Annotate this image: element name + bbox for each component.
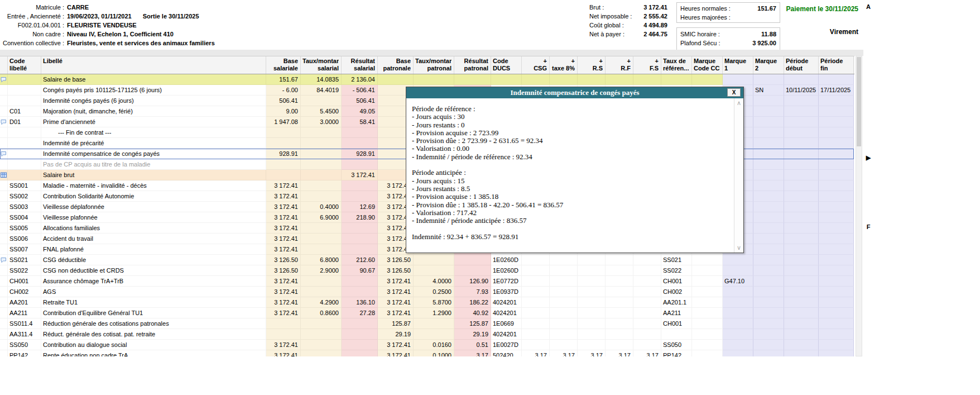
cell-tp — [414, 329, 454, 340]
cell-icon — [0, 265, 8, 276]
cell-ref — [661, 74, 692, 85]
scrollbar-thumb[interactable] — [857, 57, 861, 146]
column-header: +taxe 8% — [550, 56, 578, 74]
cell-lib: Contribution Solidarité Autonomie — [41, 191, 266, 202]
column-header: Taux deréféren... — [661, 56, 692, 74]
cell-tp: 0.1000 — [414, 350, 454, 356]
table-row[interactable]: Salaire de base151.6714.08352 136.04 — [0, 74, 854, 85]
header-line2: fin — [820, 65, 851, 72]
cell-t8 — [550, 287, 578, 297]
dialog-text-line: - Jours restants : 8.5 — [412, 185, 734, 193]
payment-mode: Virement — [780, 28, 858, 36]
cell-csg — [522, 318, 550, 329]
cell-tp — [414, 265, 454, 276]
cell-rsv: 3.17 — [578, 350, 606, 356]
cell-bs: 3 172.41 — [266, 191, 301, 202]
cell-bs: 151.67 — [266, 74, 301, 85]
cell-t8 — [550, 74, 578, 85]
net-imposable-value: 2 555.42 — [643, 12, 667, 21]
cell-ts — [301, 138, 342, 149]
header-line1: + — [635, 58, 659, 65]
vertical-scrollbar[interactable] — [856, 56, 862, 356]
cell-m2 — [753, 234, 784, 244]
dialog-text-line: - Jours acquis : 30 — [412, 113, 734, 121]
cell-rs: - 506.41 — [342, 85, 378, 96]
table-row[interactable]: AA201Retraite TU13 172.414.2900136.103 1… — [0, 297, 854, 308]
cell-ts: 6.8000 — [301, 255, 342, 265]
side-tab[interactable]: ▶ — [864, 154, 873, 161]
cell-pf — [819, 234, 854, 244]
cell-pf — [819, 138, 854, 149]
cell-m2 — [753, 149, 784, 159]
cell-bs: 3 126.50 — [266, 265, 301, 276]
table-row[interactable]: SS022CSG non déductible et CRDS3 126.502… — [0, 265, 854, 276]
cell-pf — [819, 297, 854, 308]
grid-icon[interactable] — [1, 172, 7, 178]
cell-pd — [784, 74, 819, 85]
header-line1: Résultat — [343, 58, 375, 65]
header-line2: salariale — [268, 65, 298, 72]
cell-code: SS006 — [8, 234, 41, 244]
cell-ts: 2.9000 — [301, 265, 342, 276]
cell-pd — [784, 117, 819, 127]
cell-bs — [266, 329, 301, 340]
cell-code: SS021 — [8, 255, 41, 265]
entree-anciennete-label: Entrée , Ancienneté : — [0, 12, 64, 21]
cell-bs: 506.41 — [266, 96, 301, 106]
cell-code: SS002 — [8, 191, 41, 202]
cell-rsv — [578, 276, 606, 287]
table-row[interactable]: PP142Rente éducation non cadre TrA3 172.… — [0, 350, 854, 356]
table-row[interactable]: SS021CSG déductible3 126.506.8000212.603… — [0, 255, 854, 265]
cell-m2 — [753, 106, 784, 117]
comment-icon[interactable] — [1, 119, 7, 125]
cell-code — [8, 138, 41, 149]
table-row[interactable]: AA211Contribution d'Equilibre Général TU… — [0, 308, 854, 318]
side-tab[interactable]: F — [864, 223, 873, 230]
cell-pf — [819, 96, 854, 106]
cell-tp: 5.8700 — [414, 297, 454, 308]
cell-rs — [342, 276, 378, 287]
dialog-titlebar[interactable]: Indemnité compensatrice de congés payés … — [406, 87, 743, 98]
header-line1: Période — [820, 58, 851, 65]
table-row[interactable]: SS011.4Réduction générale des cotisation… — [0, 318, 854, 329]
comment-icon[interactable] — [1, 77, 7, 83]
scroll-up-icon[interactable]: ∧ — [734, 99, 743, 107]
cell-pd — [784, 127, 819, 138]
cell-rs — [342, 223, 378, 234]
cell-m1 — [723, 340, 753, 350]
dialog-scrollbar[interactable]: ∧ ∨ — [734, 98, 743, 253]
header-line2: R.F — [607, 65, 631, 72]
table-row[interactable]: CH002AGS3 172.413 172.410.25007.931E0937… — [0, 287, 854, 297]
comment-icon[interactable] — [1, 151, 7, 157]
column-header: Codelibellé — [8, 56, 41, 74]
cell-rp: 3.17 — [454, 350, 491, 356]
scroll-down-icon[interactable]: ∨ — [734, 244, 743, 251]
cell-ts — [301, 276, 342, 287]
smic-box: SMIC horaire : 11.88 Plafond Sécu : 3 92… — [676, 27, 780, 51]
table-row[interactable]: SS050Contribution au dialogue social3 17… — [0, 340, 854, 350]
cell-rp: 125.87 — [454, 318, 491, 329]
cell-bs: 3 172.41 — [266, 350, 301, 356]
cell-code: CH001 — [8, 276, 41, 287]
side-tab[interactable]: A — [864, 3, 873, 10]
column-header: Taux/montantpatronal — [414, 56, 454, 74]
cell-lib: Assurance chômage TrA+TrB — [41, 276, 266, 287]
close-button[interactable]: X — [727, 88, 741, 97]
column-header: CodeDUCS — [491, 56, 522, 74]
cell-code: SS001 — [8, 180, 41, 191]
cell-rs — [342, 287, 378, 297]
cell-icon — [0, 234, 8, 244]
comment-icon[interactable] — [1, 257, 7, 263]
statut-value: Niveau IV, Echelon 1, Coefficient 410 — [67, 30, 174, 39]
total-cout-global: Coût global : 4 494.89 — [589, 21, 667, 30]
cell-code — [8, 96, 41, 106]
cell-ccn — [692, 74, 723, 85]
employee-row: Non cadre : Niveau IV, Echelon 1, Coeffi… — [0, 30, 215, 39]
cell-ts — [301, 159, 342, 170]
header-line2: début — [786, 65, 816, 72]
payroll-app: Matricule : CARRE Entrée , Ancienneté : … — [0, 0, 980, 395]
header-line2: taxe 8% — [551, 65, 575, 72]
table-row[interactable]: AA311.4Réduct. générale des cotisat. pat… — [0, 329, 854, 340]
cell-code: SS005 — [8, 223, 41, 234]
table-row[interactable]: CH001Assurance chômage TrA+TrB3 172.413 … — [0, 276, 854, 287]
